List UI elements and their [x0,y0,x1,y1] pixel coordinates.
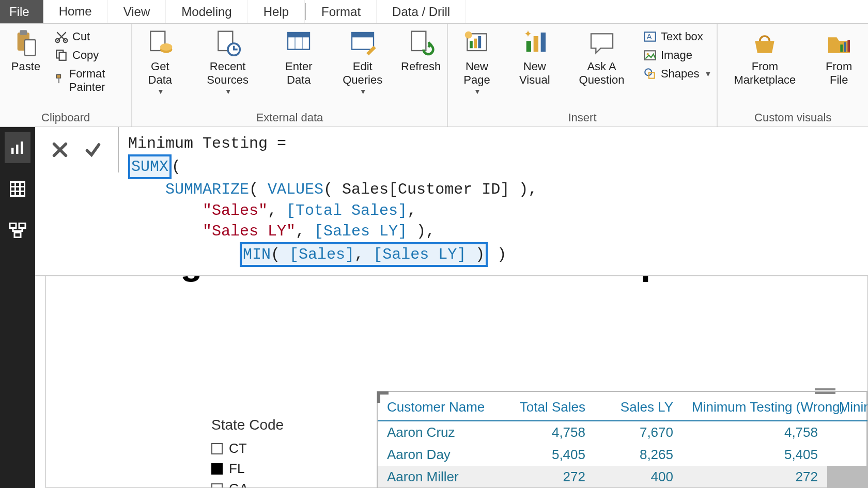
table-cell: 4,758 [683,421,827,444]
enter-data-button[interactable]: Enter Data [273,27,325,89]
enter-data-label: Enter Data [277,60,321,87]
slicer-title: State Code [211,417,284,433]
svg-rect-8 [58,78,59,83]
slicer-item[interactable]: FL [211,461,284,477]
table-header[interactable]: Total Sales [507,392,595,421]
left-nav-rail [0,127,35,488]
cut-button[interactable]: Cut [55,30,126,43]
new-page-button[interactable]: New Page ▼ [453,27,501,98]
resize-handle-icon[interactable] [377,391,389,403]
format-painter-button[interactable]: Format Painter [55,67,126,94]
svg-rect-23 [474,39,477,49]
svg-rect-6 [59,53,66,60]
svg-rect-36 [840,44,843,52]
paste-label: Paste [11,60,40,73]
table-cell: 8,265 [595,444,683,466]
image-icon [643,49,657,62]
chevron-down-icon: ▼ [360,87,367,96]
from-file-icon [825,29,854,58]
paste-icon [11,29,40,58]
formula-editor[interactable]: Minimum Testing = SUMX( SUMMARIZE( VALUE… [119,127,547,275]
table-visual[interactable]: Customer NameTotal SalesSales LYMinimum … [377,391,867,488]
menu-tab-data-drill[interactable]: Data / Drill [377,0,466,23]
text-box-button[interactable]: A Text box [643,30,711,43]
checkbox-icon[interactable] [211,483,223,489]
menu-tab-modeling[interactable]: Modeling [166,0,247,23]
cut-icon [55,30,68,43]
table-row[interactable]: Aaron Day5,4058,2655,405 [378,444,868,466]
table-cell: 400 [595,466,683,488]
recent-sources-button[interactable]: Recent Sources ▼ [191,27,264,98]
slicer-item-label: GA [229,481,249,488]
shapes-button[interactable]: Shapes ▼ [643,67,711,81]
new-visual-button[interactable]: ✦ New Visual [509,27,560,89]
ribbon: Paste Cut Copy [0,24,868,127]
menu-tab-format[interactable]: Format [306,0,377,23]
enter-data-icon [284,29,313,58]
get-data-label: Get Data [142,60,178,87]
menu-tab-view[interactable]: View [108,0,166,23]
chevron-down-icon: ▼ [225,87,232,96]
model-view-button[interactable] [5,215,30,246]
table-header[interactable]: Customer Name [378,392,507,421]
cancel-formula-button[interactable] [48,137,72,162]
data-view-button[interactable] [5,174,30,204]
slicer-item[interactable]: CT [211,440,284,456]
ask-a-question-label: Ask A Question [572,60,631,87]
text-box-icon: A [643,30,657,43]
svg-rect-19 [352,33,374,37]
menu-bar: File Home View Modeling Help Format Data… [0,0,868,24]
copy-icon [55,49,68,62]
svg-point-11 [160,43,172,51]
format-painter-label: Format Painter [69,67,127,94]
commit-formula-button[interactable] [81,137,105,162]
svg-rect-39 [11,148,14,154]
from-marketplace-icon [750,29,779,58]
slicer-item[interactable]: GA [211,481,284,488]
report-view-button[interactable] [5,132,30,163]
svg-rect-2 [25,40,36,55]
edit-queries-button[interactable]: Edit Queries ▼ [333,27,392,98]
table-cell: 272 [507,466,595,488]
table-cell [827,466,868,488]
copy-button[interactable]: Copy [55,49,126,62]
from-file-button[interactable]: From File [815,27,863,89]
svg-rect-22 [470,41,473,48]
svg-rect-28 [540,33,545,52]
from-marketplace-button[interactable]: From Marketplace [723,27,807,89]
ribbon-group-custom-visuals: From Marketplace From File Custom visual… [718,24,868,127]
image-button[interactable]: Image [643,49,711,62]
table-header[interactable]: Minimum Testing (Wrong) [683,392,827,421]
menu-tab-home[interactable]: Home [43,0,108,23]
ask-a-question-button[interactable]: Ask A Question [568,27,635,89]
menu-file[interactable]: File [0,0,43,23]
new-visual-icon: ✦ [520,29,549,58]
checkbox-icon[interactable] [211,463,223,475]
table-cell [827,421,868,444]
table-row[interactable]: Aaron Cruz4,7587,6704,758 [378,421,868,444]
paste-button[interactable]: Paste [5,27,47,75]
ribbon-group-label-custom-visuals: Custom visuals [723,109,863,124]
get-data-icon [146,29,175,58]
text-box-label: Text box [661,30,703,43]
recent-sources-icon [213,29,242,58]
table-cell: Aaron Miller [378,466,507,488]
refresh-label: Refresh [401,60,441,73]
svg-rect-27 [533,36,538,52]
svg-point-25 [465,32,472,39]
table-cell: Aaron Cruz [378,421,507,444]
table-cell [827,444,868,466]
get-data-button[interactable]: Get Data ▼ [137,27,182,98]
ribbon-group-clipboard: Paste Cut Copy [0,24,132,127]
menu-tab-help[interactable]: Help [248,0,305,23]
new-page-icon [462,29,491,58]
ribbon-group-external-data: Get Data ▼ Recent Sources ▼ Enter Data [132,24,447,127]
table-header[interactable]: Sales LY [595,392,683,421]
from-file-label: From File [819,60,859,87]
slicer-state-code[interactable]: State Code CTFLGAMAMDNC [211,417,284,488]
table-row[interactable]: Aaron Miller272400272 [378,466,868,488]
drag-handle-icon[interactable] [815,387,835,396]
image-label: Image [661,49,692,62]
refresh-button[interactable]: Refresh [400,27,442,75]
checkbox-icon[interactable] [211,443,223,454]
